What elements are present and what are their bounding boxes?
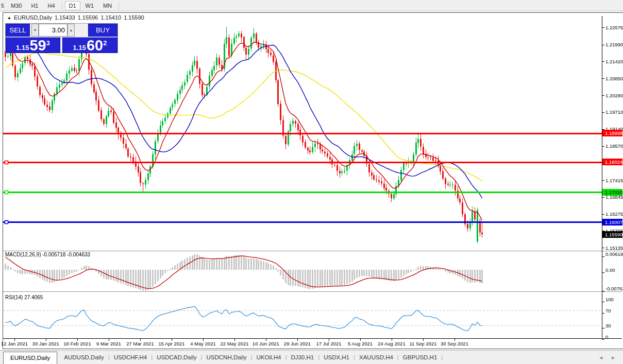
price-axis-tick: 1.16275 (605, 211, 623, 217)
macd-axis-tick: -0.007622 (605, 286, 623, 291)
date-axis-label: 12 Jan 2021 (1, 341, 28, 346)
current-price-label: 1.15590 (602, 231, 622, 238)
ohlc-low: 1.15410 (100, 14, 121, 21)
date-axis-label: 30 Sep 2021 (441, 341, 468, 346)
tab-usdchf-h4[interactable]: USDCHF,H4 (108, 352, 153, 362)
volume-input[interactable] (39, 24, 68, 37)
chart-window: ▲ EURUSD,Daily 1.15433 1.15596 1.15410 1… (3, 12, 623, 349)
price-axis-tick: 1.15135 (605, 245, 623, 251)
sell-button[interactable]: SELL (6, 24, 30, 37)
timeframe-button-w1[interactable]: W1 (81, 1, 98, 10)
date-axis-label: 24 Aug 2021 (378, 341, 405, 346)
macd-axis-tick: 0.006193 (605, 251, 623, 257)
rsi-indicator-label: RSI(14) 27.4065 (5, 294, 43, 300)
tab-xauusd-h4[interactable]: XAUUSD,H4 (353, 352, 399, 362)
date-axis-label: 18 Feb 2021 (63, 341, 91, 346)
macd-axis-tick: 0.00 (605, 267, 615, 273)
tab-separator: | (441, 354, 443, 360)
timeframe-button-mn[interactable]: MN (99, 1, 116, 10)
date-axis-label: 27 Mar 2021 (126, 341, 154, 346)
price-axis-tick: 1.20280 (605, 93, 623, 98)
price-axis-tick: 1.17415 (605, 178, 623, 183)
buy-price-sup: 2 (103, 39, 107, 47)
date-axis-label: 15 Apr 2021 (158, 341, 184, 346)
tab-usdx-h1[interactable]: USDX,H1 (318, 352, 355, 362)
buy-button[interactable]: BUY (88, 24, 117, 37)
price-axis-tick: 1.22575 (605, 25, 623, 30)
timeframe-button-h1[interactable]: H1 (27, 1, 42, 10)
date-axis-label: 9 Mar 2021 (96, 341, 121, 346)
date-axis-label: 22 May 2021 (221, 341, 249, 346)
rsi-axis-tick: 100 (605, 297, 614, 302)
buy-price-tile[interactable]: 1.15 60 2 (62, 37, 117, 53)
tab-eurusd-daily[interactable]: EURUSD,Daily (3, 352, 57, 364)
date-axis-label: 5 Aug 2021 (348, 341, 373, 346)
date-axis-label: 17 Jul 2021 (316, 341, 341, 346)
timeframe-button-m30[interactable]: M30 (7, 1, 26, 10)
tab-scroll-arrows: ◄► (598, 355, 616, 360)
price-level-label-1: 1.18998 (602, 130, 622, 136)
buy-price-big: 60 (87, 39, 103, 51)
tab-gbpusd-h1[interactable]: GBPUSD,H1 (397, 352, 443, 362)
price-axis-tick: 1.21420 (605, 59, 623, 64)
timeframe-button-h4[interactable]: H4 (43, 1, 59, 10)
sell-price-sup: 3 (46, 39, 50, 47)
volume-decrease-button[interactable]: ▼ (31, 24, 39, 37)
date-axis-label: 29 Jun 2021 (284, 341, 311, 346)
price-level-label-4: 1.16007 (602, 219, 622, 226)
tab-usdcnh-daily[interactable]: USDCNH,Daily (201, 352, 252, 362)
date-axis-label: 10 Jun 2021 (252, 341, 279, 346)
toolbar-separator (62, 2, 62, 10)
price-axis-tick: 1.20850 (605, 76, 623, 81)
price-level-label-3: 1.17010 (602, 189, 622, 196)
chart-symbol: EURUSD,Daily (14, 14, 52, 21)
tab-scroll-right-icon[interactable]: ► (611, 355, 616, 360)
price-level-label-2: 1.18024 (602, 159, 622, 165)
tab-dj30-h1[interactable]: DJ30,H1 (285, 352, 319, 362)
tab-audusd-daily[interactable]: AUDUSD,Daily (58, 352, 109, 362)
rsi-axis-tick: 70 (605, 308, 611, 314)
ohlc-open: 1.15433 (55, 14, 75, 21)
toolbar-separator (119, 2, 119, 10)
rsi-axis-tick: 30 (605, 323, 611, 328)
price-axis-tick: 1.18570 (605, 143, 623, 149)
timeframe-button-d1[interactable]: D1 (65, 1, 80, 10)
date-axis-label: 4 May 2021 (190, 341, 216, 346)
volume-increase-button[interactable]: ▲ (68, 24, 75, 37)
date-axis-label: 30 Jan 2021 (32, 341, 59, 346)
chart-title: ▲ EURUSD,Daily 1.15433 1.15596 1.15410 1… (7, 14, 144, 21)
sell-price-tile[interactable]: 1.15 59 3 (6, 37, 60, 53)
sell-price-big: 59 (29, 39, 46, 51)
chart-tab-bar: EURUSD,DailyAUDUSD,Daily|USDCHF,H4|USDCA… (0, 350, 623, 364)
macd-indicator-label: MACD(12,26,9) -0.005718 -0.004633 (5, 252, 90, 257)
window-marker-icon: ▲ (7, 15, 11, 20)
tab-usdcad-daily[interactable]: USDCAD,Daily (151, 352, 202, 362)
one-click-trade-panel: SELL ▼ ▲ BUY 1.15 59 3 1.15 60 2 (5, 23, 118, 53)
price-axis-tick: 1.21990 (605, 42, 623, 47)
tab-scroll-left-icon[interactable]: ◄ (598, 355, 603, 360)
ohlc-close: 1.15590 (124, 14, 144, 21)
timeframe-toolbar: 5M30H1H4D1W1MN (0, 0, 623, 11)
price-axis-tick: 1.19710 (605, 109, 623, 115)
sell-price-prefix: 1.15 (16, 44, 29, 51)
price-chart-canvas[interactable] (3, 13, 622, 349)
rsi-axis-tick: 0 (605, 334, 608, 340)
tab-ukoil-h4[interactable]: UKOil,H4 (250, 352, 287, 362)
buy-price-prefix: 1.15 (73, 44, 86, 51)
ohlc-high: 1.15596 (78, 14, 98, 21)
timeframe-button-5[interactable]: 5 (1, 1, 6, 10)
date-axis-label: 11 Sep 2021 (409, 341, 436, 346)
